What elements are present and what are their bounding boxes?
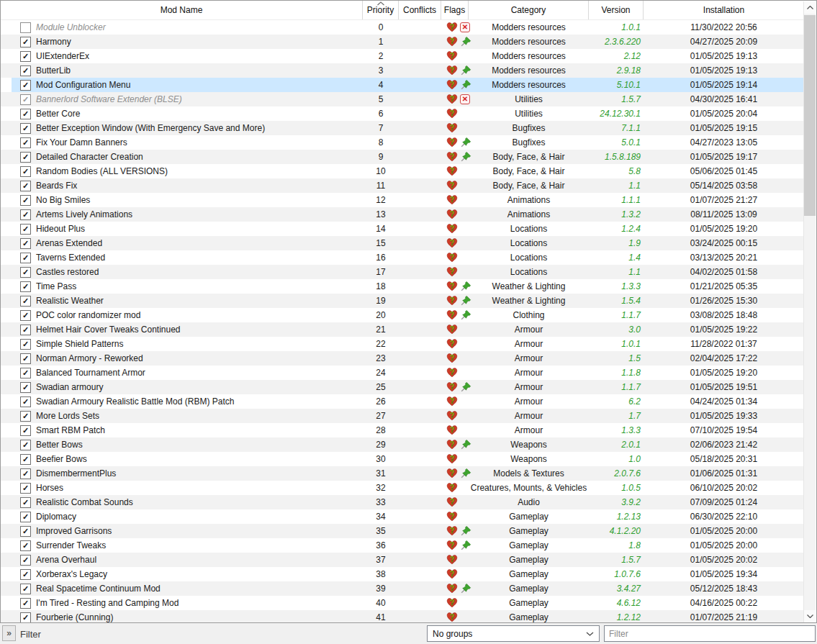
mod-enabled-checkbox[interactable]: ✓ (20, 166, 31, 177)
mod-enabled-checkbox[interactable]: ✓ (20, 598, 31, 609)
mod-enabled-checkbox[interactable]: ✓ (20, 37, 31, 47)
table-row[interactable]: ✓ I'm Tired - Resting and Camping Mod 40… (1, 596, 804, 610)
mod-enabled-checkbox[interactable]: ✓ (20, 281, 31, 292)
groups-dropdown[interactable]: No groups (427, 625, 600, 642)
column-header-mod-name[interactable]: Mod Name (1, 1, 363, 19)
table-row[interactable]: ✓ More Lords Sets 27 ? ✕ Armour 1.7 01/0… (1, 409, 804, 423)
table-row[interactable]: ✓ DismembermentPlus 31 ? ✕ Models & Text… (1, 466, 804, 481)
table-row[interactable]: ✓ Diplomacy 34 ? ✕ Gameplay 1.2.13 06/30… (1, 509, 804, 524)
table-row[interactable]: ✓ Smart RBM Patch 28 ? ✕ Armour 1.3.3 07… (1, 423, 804, 437)
table-row[interactable]: ✓ Detailed Character Creation 9 ? ✕ Body… (1, 150, 804, 164)
mod-enabled-checkbox[interactable]: ✓ (20, 325, 31, 335)
table-row[interactable]: ✓ Beefier Bows 30 ? ✕ Weapons 1.0 05/18/… (1, 452, 804, 466)
mods-filter-input[interactable] (19, 625, 238, 643)
table-row[interactable]: ✓ Xorberax's Legacy 38 ? ✕ Gameplay 1.0.… (1, 567, 804, 581)
table-row[interactable]: ✓ Better Bows 29 ? ✕ Weapons 2.0.1 02/06… (1, 437, 804, 452)
table-row[interactable]: ✓ Simple Shield Patterns 22 ? ✕ Armour 1… (1, 337, 804, 351)
scroll-up-button[interactable] (804, 1, 816, 14)
mod-enabled-checkbox[interactable]: ✓ (20, 440, 31, 450)
mod-enabled-checkbox[interactable]: ✓ (20, 411, 31, 422)
mod-enabled-checkbox[interactable]: ✓ (20, 584, 31, 594)
column-header-priority[interactable]: Priority (363, 1, 399, 19)
table-row[interactable]: ✓ Surrender Tweaks 36 ? ✕ Gameplay 1.8 0… (1, 538, 804, 553)
table-row[interactable]: ✓ Norman Armory - Reworked 23 ? ✕ Armour… (1, 351, 804, 366)
column-header-installation[interactable]: Installation (644, 1, 804, 19)
column-header-conflicts[interactable]: Conflicts (399, 1, 441, 19)
mod-enabled-checkbox[interactable]: ✓ (20, 353, 31, 364)
table-row[interactable]: ✓ Helmet Hair Cover Tweaks Continued 21 … (1, 322, 804, 337)
table-row[interactable]: ✓ Balanced Tournament Armor 24 ? ✕ Armou… (1, 366, 804, 380)
table-row[interactable]: ✓ Random Bodies (ALL VERSIONS) 10 ? ✕ Bo… (1, 164, 804, 178)
scrollbar-thumb[interactable] (804, 15, 816, 216)
table-row[interactable]: Module Unblocker 0 ? ✕ Modders resources… (1, 20, 804, 35)
mod-enabled-checkbox[interactable]: ✓ (20, 224, 31, 235)
table-row[interactable]: ✓ Arena Overhaul 37 ? ✕ Gameplay 1.5.7 0… (1, 553, 804, 567)
mod-enabled-checkbox[interactable]: ✓ (20, 396, 31, 407)
mod-enabled-checkbox[interactable]: ✓ (20, 425, 31, 436)
table-row[interactable]: ✓ Fourberie (Cunning) 41 ? ✕ Gameplay 1.… (1, 610, 804, 622)
mod-enabled-checkbox[interactable]: ✓ (20, 181, 31, 191)
table-row[interactable]: ✓ ButterLib 3 ? ✕ Modders resources 2.9.… (1, 63, 804, 78)
mod-enabled-checkbox[interactable]: ✓ (20, 310, 31, 321)
mod-enabled-checkbox[interactable]: ✓ (20, 94, 31, 105)
mod-enabled-checkbox[interactable]: ✓ (20, 209, 31, 220)
table-row[interactable]: ✓ Time Pass 18 ? ✕ Weather & Lighting 1.… (1, 279, 804, 294)
expander-button[interactable]: » (2, 625, 16, 641)
table-row[interactable]: ✓ Hideout Plus 14 ? ✕ Locations 1.2.4 01… (1, 222, 804, 236)
mod-enabled-checkbox[interactable]: ✓ (20, 368, 31, 378)
mod-enabled-checkbox[interactable]: ✓ (20, 468, 31, 479)
mod-enabled-checkbox[interactable]: ✓ (20, 555, 31, 566)
table-row[interactable]: ✓ Castles restored 17 ? ✕ Locations 1.1 … (1, 265, 804, 279)
table-row[interactable]: ✓ No Big Smiles 12 ? ✕ Animations 1.1.1 … (1, 193, 804, 207)
vertical-scrollbar[interactable] (803, 1, 816, 622)
mod-enabled-checkbox[interactable]: ✓ (20, 497, 31, 508)
mod-enabled-checkbox[interactable]: ✓ (20, 483, 31, 494)
mod-enabled-checkbox[interactable]: ✓ (20, 339, 31, 350)
mod-enabled-checkbox[interactable] (20, 22, 31, 33)
table-row[interactable]: ✓ Swadian Armoury Realistic Battle Mod (… (1, 394, 804, 409)
table-row[interactable]: ✓ Real Spacetime Continuum Mod 39 ? ✕ Ga… (1, 581, 804, 596)
mod-enabled-checkbox[interactable]: ✓ (20, 137, 31, 148)
table-row[interactable]: ✓ Artems Lively Animations 13 ? ✕ Animat… (1, 207, 804, 222)
mod-enabled-checkbox[interactable]: ✓ (20, 152, 31, 163)
column-header-category[interactable]: Category (469, 1, 589, 19)
grid-filter-input[interactable] (604, 625, 816, 642)
table-row[interactable]: ✓ Bannerlord Software Extender (BLSE) 5 … (1, 92, 804, 106)
mod-enabled-checkbox[interactable]: ✓ (20, 382, 31, 393)
table-row[interactable]: ✓ Mod Configuration Menu 4 ? ✕ Modders r… (1, 78, 804, 92)
table-row[interactable]: ✓ Realistic Weather 19 ? ✕ Weather & Lig… (1, 294, 804, 308)
mod-enabled-checkbox[interactable]: ✓ (20, 80, 31, 91)
mod-enabled-checkbox[interactable]: ✓ (20, 612, 31, 623)
mod-enabled-checkbox[interactable]: ✓ (20, 195, 31, 206)
table-row[interactable]: ✓ POC color randomizer mod 20 ? ✕ Clothi… (1, 308, 804, 322)
mod-enabled-checkbox[interactable]: ✓ (20, 253, 31, 263)
table-row[interactable]: ✓ UIExtenderEx 2 ? ✕ Modders resources 2… (1, 49, 804, 63)
table-row[interactable]: ✓ Arenas Extended 15 ? ✕ Locations 1.9 0… (1, 236, 804, 250)
table-row[interactable]: ✓ Realistic Combat Sounds 33 ? ✕ Audio 3… (1, 495, 804, 509)
priority-value: 16 (363, 253, 399, 263)
table-row[interactable]: ✓ Better Exception Window (With Emergenc… (1, 121, 804, 135)
mod-enabled-checkbox[interactable]: ✓ (20, 123, 31, 134)
table-row[interactable]: ✓ Swadian armoury 25 ? ✕ Armour 1.1.7 01… (1, 380, 804, 394)
table-row[interactable]: ✓ Fix Your Damn Banners 8 ? ✕ Bugfixes 5… (1, 135, 804, 150)
table-row[interactable]: ✓ Taverns Extended 16 ? ✕ Locations 1.4 … (1, 250, 804, 265)
mod-enabled-checkbox[interactable]: ✓ (20, 296, 31, 307)
table-row[interactable]: ✓ Beards Fix 11 ? ✕ Body, Face, & Hair 1… (1, 178, 804, 193)
column-header-version[interactable]: Version (589, 1, 644, 19)
table-row[interactable]: ✓ Horses 32 ? ✕ Creatures, Mounts, & Veh… (1, 481, 804, 495)
column-header-flags[interactable]: Flags (441, 1, 469, 19)
mod-enabled-checkbox[interactable]: ✓ (20, 454, 31, 465)
mod-enabled-checkbox[interactable]: ✓ (20, 569, 31, 580)
scroll-down-button[interactable] (804, 610, 816, 622)
mod-enabled-checkbox[interactable]: ✓ (20, 65, 31, 76)
mod-enabled-checkbox[interactable]: ✓ (20, 267, 31, 278)
table-row[interactable]: ✓ Better Core 6 ? ✕ Utilities 24.12.30.1… (1, 106, 804, 121)
table-row[interactable]: ✓ Improved Garrisons 35 ? ✕ Gameplay 4.1… (1, 524, 804, 538)
table-row[interactable]: ✓ Harmony 1 ? ✕ Modders resources 2.3.6.… (1, 35, 804, 49)
mod-enabled-checkbox[interactable]: ✓ (20, 512, 31, 522)
mod-enabled-checkbox[interactable]: ✓ (20, 238, 31, 249)
mod-enabled-checkbox[interactable]: ✓ (20, 51, 31, 62)
mod-enabled-checkbox[interactable]: ✓ (20, 109, 31, 119)
mod-enabled-checkbox[interactable]: ✓ (20, 526, 31, 537)
mod-enabled-checkbox[interactable]: ✓ (20, 540, 31, 551)
